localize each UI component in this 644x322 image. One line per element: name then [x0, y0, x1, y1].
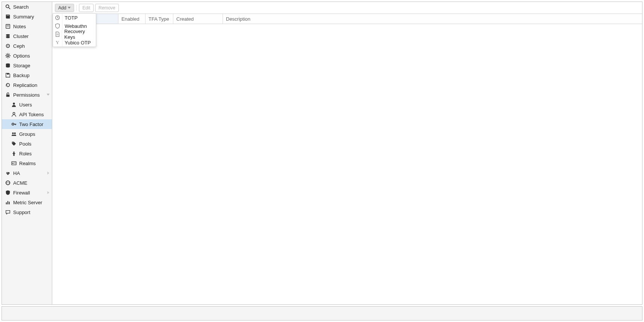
- add-menu-item-label: TOTP: [62, 15, 77, 21]
- sidebar-item-label: Cluster: [13, 33, 29, 39]
- sidebar-item-storage[interactable]: Storage: [2, 61, 52, 70]
- user-icon: [11, 102, 17, 108]
- svg-point-7: [6, 35, 10, 37]
- sidebar-item-label: HA: [13, 170, 20, 176]
- search-icon: [5, 4, 11, 10]
- shield-o-icon: [53, 22, 62, 30]
- file-icon: [53, 30, 62, 38]
- sidebar-item-two-factor[interactable]: Two Factor: [2, 119, 52, 129]
- sidebar-item-roles[interactable]: Roles: [2, 149, 52, 158]
- sidebar-item-label: Users: [19, 102, 32, 108]
- add-button[interactable]: Add: [55, 4, 74, 12]
- main-panel: SearchSummaryNotesClusterCephOptionsStor…: [2, 2, 642, 305]
- svg-point-20: [12, 132, 14, 134]
- sidebar-item-realms[interactable]: Realms: [2, 158, 52, 168]
- sidebar-item-label: Roles: [19, 151, 32, 156]
- remove-button[interactable]: Remove: [95, 4, 119, 12]
- column-header-created[interactable]: Created: [173, 14, 223, 24]
- sidebar-item-pools[interactable]: Pools: [2, 139, 52, 149]
- sidebar-item-label: Ceph: [13, 43, 25, 49]
- chevron-down-icon: [47, 94, 50, 96]
- sidebar-item-api-tokens[interactable]: API Tokens: [2, 109, 52, 119]
- book-icon: [5, 14, 11, 20]
- edit-button-label: Edit: [82, 5, 90, 11]
- ceph-icon: [5, 43, 11, 49]
- sidebar-item-metric-server[interactable]: Metric Server: [2, 197, 52, 207]
- sidebar-item-ha[interactable]: HA: [2, 168, 52, 178]
- sidebar-item-label: Pools: [19, 141, 32, 147]
- sidebar: SearchSummaryNotesClusterCephOptionsStor…: [2, 2, 52, 304]
- svg-point-22: [13, 143, 14, 143]
- sidebar-item-permissions[interactable]: Permissions: [2, 90, 52, 100]
- svg-point-0: [6, 5, 9, 8]
- add-menu-item-yubico-otp[interactable]: YYubico OTP: [53, 38, 96, 47]
- add-menu-item-label: Webauthn: [62, 23, 87, 29]
- svg-line-1: [9, 8, 10, 9]
- sidebar-item-label: API Tokens: [19, 112, 44, 117]
- comment-icon: [5, 209, 11, 215]
- sidebar-item-label: Backup: [13, 73, 29, 78]
- sidebar-item-cluster[interactable]: Cluster: [2, 31, 52, 41]
- svg-rect-33: [6, 202, 7, 204]
- sidebar-item-acme[interactable]: ACME: [2, 178, 52, 188]
- svg-point-21: [14, 132, 15, 134]
- person-icon: [11, 150, 17, 156]
- content: Add Edit Remove EnabledTFA TypeCreatedDe…: [53, 2, 642, 304]
- sidebar-item-label: Firewall: [13, 190, 30, 196]
- sidebar-item-search[interactable]: Search: [2, 2, 52, 12]
- sidebar-item-support[interactable]: Support: [2, 207, 52, 217]
- add-menu-item-totp[interactable]: TOTP: [53, 14, 96, 22]
- add-menu-item-label: Recovery Keys: [62, 29, 96, 40]
- column-header-label: Description: [226, 16, 250, 22]
- users-icon: [11, 131, 17, 137]
- sidebar-item-options[interactable]: Options: [2, 51, 52, 61]
- sidebar-item-label: Two Factor: [19, 122, 43, 127]
- sidebar-item-label: ACME: [13, 180, 27, 186]
- column-header-label: Enabled: [121, 16, 139, 22]
- clock-icon: [53, 14, 62, 22]
- column-header-enabled[interactable]: Enabled: [118, 14, 145, 24]
- status-bar: [2, 306, 642, 320]
- db-icon: [5, 62, 11, 68]
- svg-point-6: [6, 34, 10, 36]
- chevron-right-icon: [47, 172, 50, 175]
- heart-icon: [5, 170, 11, 176]
- sidebar-item-users[interactable]: Users: [2, 100, 52, 109]
- remove-button-label: Remove: [98, 5, 115, 11]
- sidebar-item-label: Replication: [13, 82, 37, 88]
- add-menu-item-recovery-keys[interactable]: Recovery Keys: [53, 30, 96, 38]
- column-header-description[interactable]: Description: [223, 14, 642, 24]
- svg-point-16: [13, 112, 15, 114]
- user-o-icon: [11, 111, 17, 117]
- sidebar-item-notes[interactable]: Notes: [2, 21, 52, 31]
- chevron-down-icon: [68, 7, 71, 9]
- sidebar-item-ceph[interactable]: Ceph: [2, 41, 52, 51]
- sidebar-item-replication[interactable]: Replication: [2, 80, 52, 90]
- cert-icon: [5, 180, 11, 186]
- svg-rect-2: [7, 15, 9, 16]
- add-button-label: Add: [58, 5, 66, 11]
- tags-icon: [11, 141, 17, 147]
- sidebar-item-groups[interactable]: Groups: [2, 129, 52, 139]
- sidebar-item-summary[interactable]: Summary: [2, 12, 52, 21]
- svg-point-10: [8, 46, 9, 47]
- save-icon: [5, 72, 11, 78]
- svg-point-8: [6, 37, 10, 38]
- sidebar-item-label: Notes: [13, 24, 26, 29]
- column-header-label: Created: [176, 16, 194, 22]
- shield-icon: [5, 190, 11, 196]
- sidebar-item-label: Storage: [13, 63, 30, 68]
- toolbar-separator: [76, 5, 77, 11]
- sidebar-item-label: Permissions: [13, 92, 40, 98]
- sidebar-item-firewall[interactable]: Firewall: [2, 188, 52, 197]
- svg-rect-34: [8, 201, 8, 205]
- sidebar-item-backup[interactable]: Backup: [2, 70, 52, 80]
- svg-rect-14: [6, 94, 10, 97]
- table-header: EnabledTFA TypeCreatedDescription: [53, 14, 642, 24]
- unlock-icon: [5, 92, 11, 98]
- column-header-tfa-type[interactable]: TFA Type: [145, 14, 173, 24]
- sidebar-item-label: Groups: [19, 131, 35, 137]
- gear-icon: [5, 53, 11, 59]
- edit-button[interactable]: Edit: [79, 4, 94, 12]
- key-icon: [11, 121, 17, 127]
